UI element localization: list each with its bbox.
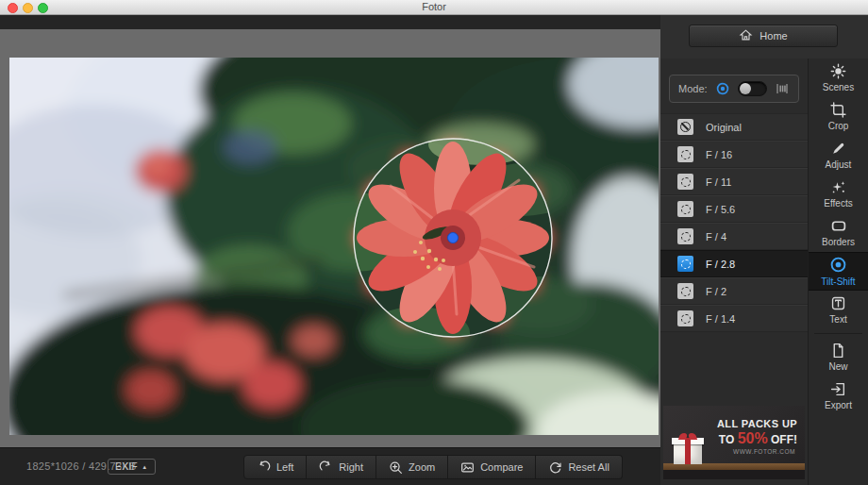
- rotate-left-icon: [257, 460, 271, 475]
- aperture-item-label: F / 2: [706, 286, 726, 297]
- app-window: Fotor: [0, 0, 868, 485]
- zoom-button[interactable]: Zoom: [376, 455, 448, 479]
- aperture-icon: [677, 283, 693, 299]
- aperture-icon: [677, 256, 693, 272]
- aperture-item-f-2[interactable]: F / 2: [660, 277, 808, 305]
- aperture-item-f-4[interactable]: F / 4: [660, 223, 808, 250]
- text-icon: [830, 295, 846, 311]
- gift-box-graphic: [672, 434, 704, 464]
- canvas-toolbar: LeftRightZoomCompareReset All: [243, 455, 623, 479]
- effects-icon: [830, 179, 846, 195]
- rotate-right-icon: [319, 460, 333, 475]
- crop-icon: [830, 102, 846, 118]
- panel-header: Home: [660, 15, 868, 59]
- button-label: Zoom: [409, 461, 435, 473]
- sidebar-item-export[interactable]: Export: [809, 376, 868, 415]
- titlebar: Fotor: [0, 0, 868, 15]
- toggle-knob: [740, 83, 751, 94]
- aperture-icon: [677, 174, 693, 190]
- sidebar-item-text[interactable]: Text: [809, 291, 868, 329]
- aperture-item-label: F / 11: [706, 176, 731, 188]
- exif-arrow-icon: ▲: [142, 464, 147, 470]
- no-effect-icon: [677, 119, 693, 135]
- workspace: [0, 29, 660, 447]
- sidebar-item-new[interactable]: New: [809, 338, 868, 376]
- aperture-icon: [677, 146, 693, 162]
- focus-center-handle[interactable]: [448, 233, 459, 243]
- home-button[interactable]: Home: [689, 25, 838, 47]
- promo-discount: 50%: [738, 430, 768, 446]
- aperture-item-label: Original: [706, 122, 742, 133]
- linear-mode-icon[interactable]: [775, 81, 790, 96]
- sidebar-item-label: Scenes: [823, 82, 854, 92]
- aperture-item-original[interactable]: Original: [660, 113, 808, 141]
- home-label: Home: [760, 30, 787, 42]
- mode-label: Mode:: [678, 83, 708, 94]
- sidebar-item-label: Adjust: [826, 159, 852, 170]
- aperture-list: OriginalF / 16F / 11F / 5.6F / 4F / 2.8F…: [660, 113, 808, 332]
- sidebar-item-crop[interactable]: Crop: [809, 97, 868, 136]
- sidebar-item-label: Text: [829, 314, 846, 325]
- button-label: Reset All: [568, 461, 609, 473]
- sidebar-item-tilt-shift[interactable]: Tilt-Shift: [809, 252, 868, 291]
- aperture-item-f-16[interactable]: F / 16: [660, 141, 808, 168]
- compare-icon: [460, 460, 475, 475]
- new-icon: [830, 343, 846, 359]
- tilt-shift-icon: [829, 256, 847, 274]
- mode-box: Mode:: [669, 75, 799, 103]
- sidebar-item-label: Export: [825, 400, 852, 410]
- canvas-top-strip: [0, 15, 660, 29]
- sidebar-item-adjust[interactable]: Adjust: [809, 136, 868, 175]
- sidebar-separator: [814, 333, 862, 334]
- sidebar-item-label: New: [828, 361, 847, 372]
- promo-shelf-shadow: [663, 470, 805, 479]
- home-icon: [739, 28, 753, 43]
- reset-icon: [548, 460, 562, 475]
- promo-line1: ALL PACKS UP: [663, 418, 797, 429]
- aperture-item-label: F / 16: [706, 149, 732, 160]
- borders-icon: [830, 218, 847, 234]
- aperture-item-label: F / 1.4: [706, 313, 735, 325]
- button-label: Right: [339, 461, 363, 473]
- aperture-item-f-2.8[interactable]: F / 2.8: [660, 250, 808, 277]
- sidebar-item-effects[interactable]: Effects: [809, 175, 868, 213]
- button-label: Compare: [480, 461, 523, 473]
- photo-canvas[interactable]: [9, 58, 659, 435]
- sidebar-item-label: Borders: [822, 237, 855, 247]
- scenes-icon: [830, 63, 846, 79]
- window-title: Fotor: [0, 0, 868, 15]
- tilt-shift-panel: Mode: OriginalF / 16F / 11F / 5.6F / 4F …: [660, 59, 808, 485]
- aperture-icon: [677, 201, 693, 217]
- photo-image: [9, 58, 659, 435]
- aperture-item-label: F / 4: [706, 231, 726, 242]
- aperture-item-label: F / 5.6: [706, 204, 735, 215]
- aperture-item-label: F / 2.8: [706, 259, 735, 270]
- sidebar-item-label: Effects: [824, 198, 852, 209]
- right-button[interactable]: Right: [307, 455, 376, 479]
- aperture-icon: [677, 228, 693, 244]
- exif-label: EXIF: [115, 461, 138, 472]
- sidebar-item-label: Tilt-Shift: [821, 276, 855, 287]
- mode-toggle[interactable]: [738, 81, 767, 96]
- zoom-icon: [389, 460, 403, 475]
- aperture-icon: [677, 310, 693, 326]
- sidebar-item-scenes[interactable]: Scenes: [809, 59, 868, 97]
- button-label: Left: [276, 461, 293, 473]
- sidebar-item-label: Crop: [828, 121, 849, 131]
- aperture-item-f-11[interactable]: F / 11: [660, 168, 808, 195]
- status-bar: 1825*1026 / 429.73KB EXIF ▲ LeftRightZoo…: [0, 447, 660, 485]
- aperture-item-f-1.4[interactable]: F / 1.4: [660, 305, 808, 332]
- left-button[interactable]: Left: [243, 455, 307, 479]
- exif-button[interactable]: EXIF ▲: [108, 459, 156, 475]
- promo-shelf: [663, 463, 805, 470]
- tools-sidebar: ScenesCropAdjustEffectsBordersTilt-Shift…: [808, 59, 868, 485]
- adjust-icon: [830, 141, 846, 157]
- circular-mode-icon[interactable]: [715, 81, 730, 96]
- promo-banner[interactable]: ALL PACKS UP TO 50% OFF! WWW.FOTOR.COM: [663, 406, 805, 479]
- aperture-item-f-5.6[interactable]: F / 5.6: [660, 195, 808, 223]
- export-icon: [830, 381, 846, 397]
- compare-button[interactable]: Compare: [448, 455, 536, 479]
- reset-all-button[interactable]: Reset All: [536, 455, 622, 479]
- sidebar-item-borders[interactable]: Borders: [809, 213, 868, 252]
